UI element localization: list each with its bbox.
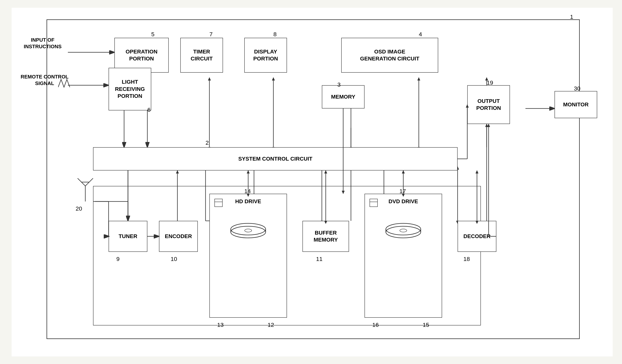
ref-4: 4 (419, 31, 422, 37)
svg-point-52 (245, 229, 252, 232)
timer-circuit-box: TIMERCIRCUIT (180, 38, 223, 73)
ref-2: 2 (206, 140, 209, 146)
ref-1: 1 (570, 14, 573, 20)
output-portion-box: OUTPUTPORTION (467, 85, 510, 124)
ref-15: 15 (423, 322, 429, 328)
ref-17: 17 (399, 188, 406, 195)
ref-20: 20 (76, 205, 82, 212)
tuner-box: TUNER (109, 221, 147, 252)
light-receiving-box: LIGHTRECEIVINGPORTION (109, 68, 151, 110)
monitor-box: MONITOR (555, 91, 597, 118)
ref-10: 10 (171, 256, 177, 262)
svg-rect-55 (215, 199, 222, 207)
ref-18: 18 (463, 256, 470, 262)
ref-8: 8 (273, 31, 277, 37)
ref-5: 5 (151, 31, 155, 37)
diagram-container: 1 (12, 8, 613, 356)
ref-9: 9 (116, 256, 120, 262)
ref-12: 12 (268, 322, 274, 328)
ref-13: 13 (217, 322, 224, 328)
hd-disc-icon (229, 213, 268, 252)
encoder-box: ENCODER (159, 221, 198, 252)
ref-11: 11 (316, 256, 322, 262)
svg-rect-62 (370, 199, 377, 207)
dvd-drive-box: DVD DRIVE (365, 194, 442, 318)
hd-drive-box: HD DRIVE (209, 194, 287, 318)
ref-3: 3 (337, 81, 341, 88)
ref-6: 6 (147, 107, 151, 113)
dvd-disc-icon (384, 213, 423, 252)
operation-portion-box: OPERATIONPORTION (114, 38, 169, 73)
decoder-box: DECODER (458, 221, 496, 252)
memory-box: MEMORY (322, 85, 365, 109)
osd-image-box: OSD IMAGEGENERATION CIRCUIT (341, 38, 438, 73)
display-portion-box: DISPLAYPORTION (244, 38, 287, 73)
antenna-icon (76, 178, 95, 201)
svg-point-59 (400, 229, 407, 232)
input-instructions-label: INPUT OFINSTRUCTIONS (16, 37, 70, 50)
ref-16: 16 (372, 322, 379, 328)
remote-signal-icon (58, 77, 74, 89)
ref-14: 14 (244, 188, 251, 195)
ref-19: 19 (487, 79, 493, 86)
ref-7: 7 (209, 31, 213, 37)
ref-30: 30 (574, 85, 580, 92)
buffer-memory-box: BUFFERMEMORY (302, 221, 349, 252)
dvd-small-icon (369, 198, 378, 208)
hd-small-icon (214, 198, 223, 208)
system-control-box: SYSTEM CONTROL CIRCUIT (93, 147, 458, 170)
